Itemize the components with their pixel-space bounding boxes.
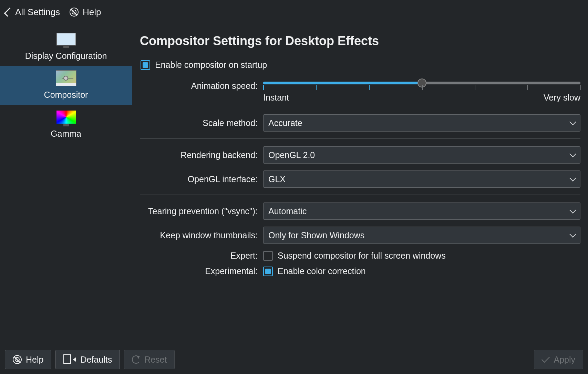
enable-compositor-label: Enable compositor on startup	[155, 60, 267, 70]
scale-method-label: Scale method:	[140, 118, 263, 128]
suspend-compositor-checkbox[interactable]	[263, 251, 273, 261]
slider-max-label: Very slow	[544, 93, 580, 103]
sidebar: Display Configuration Compositor Gamma	[0, 24, 132, 346]
color-correction-label: Enable color correction	[278, 266, 366, 276]
chevron-down-icon	[569, 150, 576, 157]
help-label-top: Help	[83, 7, 101, 18]
opengl-interface-label: OpenGL interface:	[140, 174, 263, 184]
keep-thumbnails-value: Only for Shown Windows	[268, 230, 364, 240]
defaults-button-label: Defaults	[80, 355, 112, 365]
keep-thumbnails-select[interactable]: Only for Shown Windows	[263, 227, 580, 244]
slider-ticks	[263, 85, 580, 91]
arrow-left-icon	[73, 357, 76, 362]
reset-button[interactable]: Reset	[124, 350, 175, 369]
all-settings-button[interactable]: All Settings	[6, 7, 60, 18]
chevron-down-icon	[569, 207, 576, 214]
divider	[140, 138, 580, 139]
color-correction-checkbox[interactable]	[263, 267, 273, 276]
enable-compositor-row: Enable compositor on startup	[141, 60, 580, 70]
help-icon	[70, 8, 79, 17]
check-icon	[541, 354, 550, 363]
chevron-left-icon	[4, 8, 13, 17]
button-bar: Help Defaults Reset Apply	[0, 346, 588, 374]
sidebar-item-compositor[interactable]: Compositor	[0, 66, 132, 105]
sidebar-item-label: Gamma	[51, 129, 81, 139]
chevron-down-icon	[569, 231, 576, 238]
apply-button-label: Apply	[554, 355, 575, 365]
help-button-top[interactable]: Help	[70, 7, 101, 18]
divider	[140, 195, 580, 195]
undo-icon	[132, 355, 140, 364]
scale-method-select[interactable]: Accurate	[263, 114, 580, 132]
help-icon	[13, 355, 22, 364]
tearing-prevention-value: Automatic	[268, 206, 307, 216]
defaults-button[interactable]: Defaults	[55, 350, 120, 369]
rendering-backend-label: Rendering backend:	[140, 150, 263, 160]
page-title: Compositor Settings for Desktop Effects	[140, 34, 580, 48]
settings-panel: Compositor Settings for Desktop Effects …	[132, 24, 588, 346]
gamma-icon	[56, 109, 76, 125]
rendering-backend-select[interactable]: OpenGL 2.0	[263, 146, 580, 164]
scale-method-value: Accurate	[268, 118, 302, 128]
expert-label: Expert:	[140, 251, 263, 261]
suspend-compositor-label: Suspend compositor for full screen windo…	[278, 251, 446, 261]
opengl-interface-select[interactable]: GLX	[263, 170, 580, 188]
monitor-icon	[56, 31, 76, 48]
help-button-label: Help	[26, 355, 43, 365]
opengl-interface-value: GLX	[268, 174, 286, 184]
sidebar-item-display-configuration[interactable]: Display Configuration	[0, 27, 132, 66]
sidebar-item-gamma[interactable]: Gamma	[0, 105, 132, 144]
compositor-icon	[56, 70, 76, 86]
chevron-down-icon	[569, 118, 576, 125]
reset-button-label: Reset	[144, 355, 167, 365]
animation-speed-label: Animation speed:	[140, 80, 263, 91]
sidebar-item-label: Display Configuration	[25, 51, 107, 61]
help-button[interactable]: Help	[5, 350, 51, 369]
document-icon	[63, 355, 71, 364]
sidebar-item-label: Compositor	[44, 90, 88, 100]
tearing-prevention-label: Tearing prevention ("vsync"):	[140, 206, 263, 216]
chevron-down-icon	[569, 175, 576, 181]
top-toolbar: All Settings Help	[0, 0, 588, 24]
animation-speed-slider[interactable]	[263, 80, 580, 91]
slider-min-label: Instant	[263, 93, 289, 103]
rendering-backend-value: OpenGL 2.0	[268, 150, 315, 160]
apply-button[interactable]: Apply	[534, 350, 583, 369]
all-settings-label: All Settings	[15, 7, 60, 18]
tearing-prevention-select[interactable]: Automatic	[263, 202, 580, 220]
keep-thumbnails-label: Keep window thumbnails:	[140, 230, 263, 240]
enable-compositor-checkbox[interactable]	[141, 60, 150, 70]
experimental-label: Experimental:	[140, 266, 263, 276]
